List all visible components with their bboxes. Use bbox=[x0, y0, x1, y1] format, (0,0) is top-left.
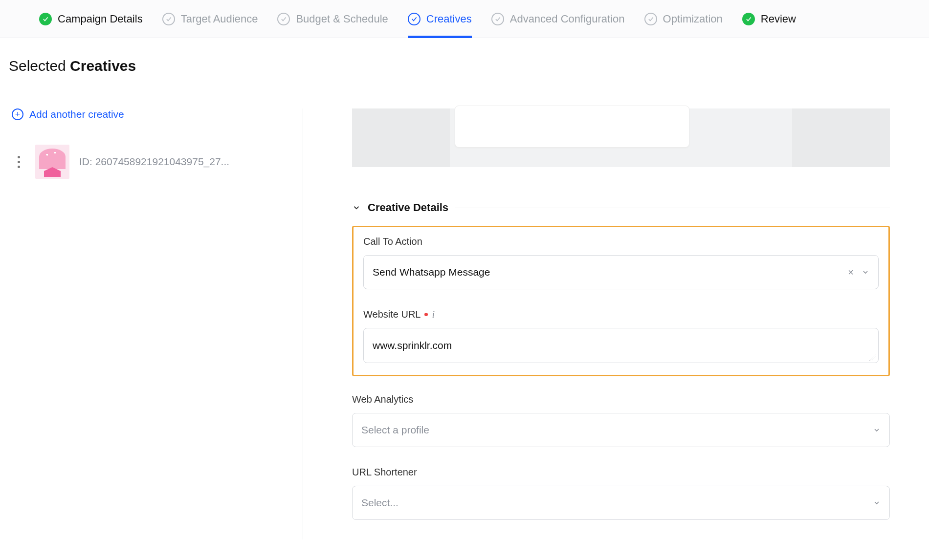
chevron-down-icon bbox=[352, 203, 361, 212]
web-analytics-select[interactable]: Select a profile bbox=[352, 413, 890, 447]
check-circle-icon bbox=[742, 13, 755, 25]
creatives-sidebar: + Add another creative ID: 2607458921921… bbox=[0, 108, 303, 539]
clear-icon[interactable]: × bbox=[848, 267, 854, 277]
field-label-web-analytics: Web Analytics bbox=[352, 394, 890, 405]
step-budget-schedule[interactable]: Budget & Schedule bbox=[277, 0, 388, 38]
step-label: Budget & Schedule bbox=[296, 14, 388, 24]
step-optimization[interactable]: Optimization bbox=[644, 0, 723, 38]
creative-preview bbox=[352, 108, 890, 167]
field-label-url-shortener: URL Shortener bbox=[352, 467, 890, 478]
creative-id-label: ID: 2607458921921043975_27... bbox=[79, 156, 229, 168]
chevron-down-icon bbox=[862, 268, 869, 276]
divider bbox=[455, 208, 890, 208]
cta-select-value: Send Whatsapp Message bbox=[373, 266, 490, 278]
resize-handle-icon[interactable] bbox=[869, 354, 876, 361]
website-url-value: www.sprinklr.com bbox=[373, 340, 452, 351]
info-icon[interactable]: i bbox=[432, 309, 435, 320]
step-creatives[interactable]: Creatives bbox=[408, 0, 472, 38]
creative-thumbnail bbox=[35, 145, 69, 179]
check-circle-icon bbox=[39, 13, 52, 25]
url-shortener-placeholder: Select... bbox=[361, 497, 398, 509]
check-circle-icon bbox=[491, 13, 504, 25]
page-title: Selected Creatives bbox=[0, 38, 929, 79]
cta-select[interactable]: Send Whatsapp Message × bbox=[363, 255, 879, 289]
creative-editor: Creative Details Call To Action Send Wha… bbox=[303, 108, 929, 539]
creative-list-item[interactable]: ID: 2607458921921043975_27... bbox=[12, 145, 303, 179]
web-analytics-placeholder: Select a profile bbox=[361, 424, 429, 436]
field-label-cta: Call To Action bbox=[363, 236, 879, 247]
add-creative-button[interactable]: + Add another creative bbox=[12, 108, 303, 120]
page-title-prefix: Selected bbox=[9, 58, 70, 74]
step-review[interactable]: Review bbox=[742, 0, 796, 38]
step-label: Target Audience bbox=[181, 14, 258, 24]
field-label-website-url: Website URL i bbox=[363, 309, 879, 320]
website-url-input[interactable]: www.sprinklr.com bbox=[363, 328, 879, 363]
url-shortener-select[interactable]: Select... bbox=[352, 486, 890, 520]
kebab-menu-icon[interactable] bbox=[12, 156, 25, 168]
add-creative-label: Add another creative bbox=[29, 108, 124, 120]
step-label: Creatives bbox=[426, 14, 472, 24]
required-indicator bbox=[424, 313, 428, 316]
chevron-down-icon bbox=[873, 499, 881, 507]
check-circle-icon bbox=[277, 13, 290, 25]
step-label: Review bbox=[761, 14, 796, 24]
check-circle-icon bbox=[162, 13, 175, 25]
step-campaign-details[interactable]: Campaign Details bbox=[39, 0, 143, 38]
plus-circle-icon: + bbox=[12, 108, 23, 120]
chevron-down-icon bbox=[873, 426, 881, 434]
check-circle-icon bbox=[408, 13, 420, 25]
step-label: Optimization bbox=[663, 14, 723, 24]
wizard-stepper: Campaign Details Target Audience Budget … bbox=[0, 0, 929, 38]
page-title-bold: Creatives bbox=[70, 58, 136, 74]
check-circle-icon bbox=[644, 13, 657, 25]
step-label: Campaign Details bbox=[58, 14, 143, 24]
step-label: Advanced Configuration bbox=[510, 14, 625, 24]
section-title: Creative Details bbox=[368, 201, 448, 214]
step-advanced-config[interactable]: Advanced Configuration bbox=[491, 0, 625, 38]
highlighted-fields: Call To Action Send Whatsapp Message × W… bbox=[352, 226, 890, 376]
step-target-audience[interactable]: Target Audience bbox=[162, 0, 258, 38]
section-toggle-creative-details[interactable]: Creative Details bbox=[352, 201, 890, 214]
